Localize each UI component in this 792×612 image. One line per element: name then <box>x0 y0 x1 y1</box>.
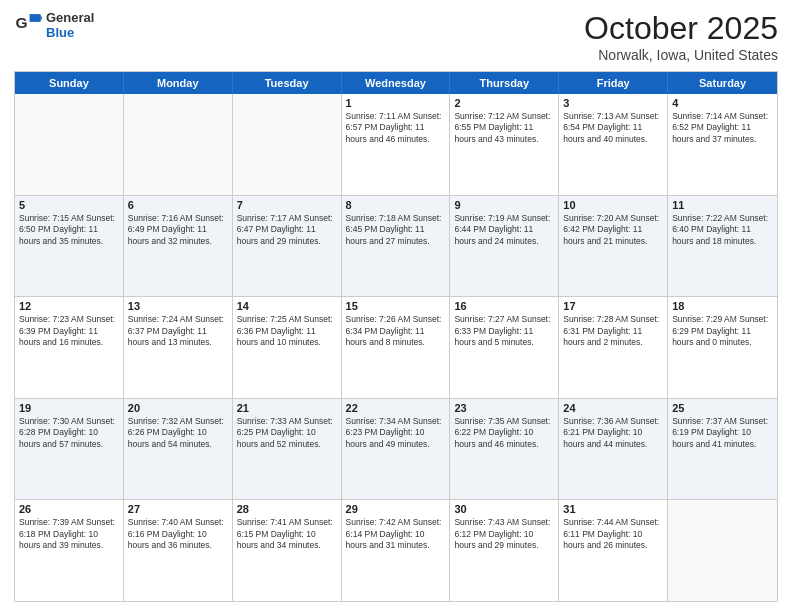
calendar-header: SundayMondayTuesdayWednesdayThursdayFrid… <box>15 72 777 94</box>
day-cell-2: 2Sunrise: 7:12 AM Sunset: 6:55 PM Daylig… <box>450 94 559 195</box>
day-info-22: Sunrise: 7:34 AM Sunset: 6:23 PM Dayligh… <box>346 416 446 450</box>
day-info-20: Sunrise: 7:32 AM Sunset: 6:26 PM Dayligh… <box>128 416 228 450</box>
day-info-11: Sunrise: 7:22 AM Sunset: 6:40 PM Dayligh… <box>672 213 773 247</box>
day-info-14: Sunrise: 7:25 AM Sunset: 6:36 PM Dayligh… <box>237 314 337 348</box>
day-info-2: Sunrise: 7:12 AM Sunset: 6:55 PM Dayligh… <box>454 111 554 145</box>
day-cell-31: 31Sunrise: 7:44 AM Sunset: 6:11 PM Dayli… <box>559 500 668 601</box>
day-cell-27: 27Sunrise: 7:40 AM Sunset: 6:16 PM Dayli… <box>124 500 233 601</box>
day-cell-24: 24Sunrise: 7:36 AM Sunset: 6:21 PM Dayli… <box>559 399 668 500</box>
day-info-6: Sunrise: 7:16 AM Sunset: 6:49 PM Dayligh… <box>128 213 228 247</box>
day-number-7: 7 <box>237 199 337 211</box>
day-info-30: Sunrise: 7:43 AM Sunset: 6:12 PM Dayligh… <box>454 517 554 551</box>
day-info-9: Sunrise: 7:19 AM Sunset: 6:44 PM Dayligh… <box>454 213 554 247</box>
day-number-17: 17 <box>563 300 663 312</box>
day-info-12: Sunrise: 7:23 AM Sunset: 6:39 PM Dayligh… <box>19 314 119 348</box>
weekday-tuesday: Tuesday <box>233 72 342 94</box>
day-number-4: 4 <box>672 97 773 109</box>
day-cell-22: 22Sunrise: 7:34 AM Sunset: 6:23 PM Dayli… <box>342 399 451 500</box>
day-cell-29: 29Sunrise: 7:42 AM Sunset: 6:14 PM Dayli… <box>342 500 451 601</box>
day-info-21: Sunrise: 7:33 AM Sunset: 6:25 PM Dayligh… <box>237 416 337 450</box>
logo-text: General Blue <box>46 10 94 40</box>
calendar-body: 1Sunrise: 7:11 AM Sunset: 6:57 PM Daylig… <box>15 94 777 601</box>
weekday-thursday: Thursday <box>450 72 559 94</box>
empty-cell-4-6 <box>668 500 777 601</box>
day-number-24: 24 <box>563 402 663 414</box>
day-info-24: Sunrise: 7:36 AM Sunset: 6:21 PM Dayligh… <box>563 416 663 450</box>
day-info-25: Sunrise: 7:37 AM Sunset: 6:19 PM Dayligh… <box>672 416 773 450</box>
day-info-3: Sunrise: 7:13 AM Sunset: 6:54 PM Dayligh… <box>563 111 663 145</box>
day-number-5: 5 <box>19 199 119 211</box>
calendar-row-4: 26Sunrise: 7:39 AM Sunset: 6:18 PM Dayli… <box>15 500 777 601</box>
day-number-2: 2 <box>454 97 554 109</box>
day-cell-5: 5Sunrise: 7:15 AM Sunset: 6:50 PM Daylig… <box>15 196 124 297</box>
day-number-13: 13 <box>128 300 228 312</box>
day-cell-10: 10Sunrise: 7:20 AM Sunset: 6:42 PM Dayli… <box>559 196 668 297</box>
day-number-16: 16 <box>454 300 554 312</box>
day-info-4: Sunrise: 7:14 AM Sunset: 6:52 PM Dayligh… <box>672 111 773 145</box>
day-cell-19: 19Sunrise: 7:30 AM Sunset: 6:28 PM Dayli… <box>15 399 124 500</box>
day-info-13: Sunrise: 7:24 AM Sunset: 6:37 PM Dayligh… <box>128 314 228 348</box>
day-cell-25: 25Sunrise: 7:37 AM Sunset: 6:19 PM Dayli… <box>668 399 777 500</box>
day-cell-6: 6Sunrise: 7:16 AM Sunset: 6:49 PM Daylig… <box>124 196 233 297</box>
day-cell-16: 16Sunrise: 7:27 AM Sunset: 6:33 PM Dayli… <box>450 297 559 398</box>
calendar-row-1: 5Sunrise: 7:15 AM Sunset: 6:50 PM Daylig… <box>15 196 777 298</box>
logo-blue: Blue <box>46 25 94 40</box>
day-cell-11: 11Sunrise: 7:22 AM Sunset: 6:40 PM Dayli… <box>668 196 777 297</box>
day-number-14: 14 <box>237 300 337 312</box>
location: Norwalk, Iowa, United States <box>584 47 778 63</box>
day-number-20: 20 <box>128 402 228 414</box>
day-number-6: 6 <box>128 199 228 211</box>
calendar: SundayMondayTuesdayWednesdayThursdayFrid… <box>14 71 778 602</box>
calendar-row-3: 19Sunrise: 7:30 AM Sunset: 6:28 PM Dayli… <box>15 399 777 501</box>
calendar-row-2: 12Sunrise: 7:23 AM Sunset: 6:39 PM Dayli… <box>15 297 777 399</box>
day-number-22: 22 <box>346 402 446 414</box>
day-number-19: 19 <box>19 402 119 414</box>
day-cell-18: 18Sunrise: 7:29 AM Sunset: 6:29 PM Dayli… <box>668 297 777 398</box>
day-info-28: Sunrise: 7:41 AM Sunset: 6:15 PM Dayligh… <box>237 517 337 551</box>
day-info-19: Sunrise: 7:30 AM Sunset: 6:28 PM Dayligh… <box>19 416 119 450</box>
day-number-11: 11 <box>672 199 773 211</box>
day-number-18: 18 <box>672 300 773 312</box>
day-cell-15: 15Sunrise: 7:26 AM Sunset: 6:34 PM Dayli… <box>342 297 451 398</box>
day-info-31: Sunrise: 7:44 AM Sunset: 6:11 PM Dayligh… <box>563 517 663 551</box>
day-info-18: Sunrise: 7:29 AM Sunset: 6:29 PM Dayligh… <box>672 314 773 348</box>
header: G General Blue October 2025 Norwalk, Iow… <box>14 10 778 63</box>
day-cell-20: 20Sunrise: 7:32 AM Sunset: 6:26 PM Dayli… <box>124 399 233 500</box>
day-number-21: 21 <box>237 402 337 414</box>
logo: G General Blue <box>14 10 94 40</box>
day-cell-26: 26Sunrise: 7:39 AM Sunset: 6:18 PM Dayli… <box>15 500 124 601</box>
day-info-1: Sunrise: 7:11 AM Sunset: 6:57 PM Dayligh… <box>346 111 446 145</box>
day-info-15: Sunrise: 7:26 AM Sunset: 6:34 PM Dayligh… <box>346 314 446 348</box>
title-block: October 2025 Norwalk, Iowa, United State… <box>584 10 778 63</box>
empty-cell-0-1 <box>124 94 233 195</box>
day-number-1: 1 <box>346 97 446 109</box>
day-cell-28: 28Sunrise: 7:41 AM Sunset: 6:15 PM Dayli… <box>233 500 342 601</box>
day-info-16: Sunrise: 7:27 AM Sunset: 6:33 PM Dayligh… <box>454 314 554 348</box>
generalblue-logo-icon: G <box>14 11 42 39</box>
day-info-8: Sunrise: 7:18 AM Sunset: 6:45 PM Dayligh… <box>346 213 446 247</box>
day-number-26: 26 <box>19 503 119 515</box>
svg-marker-1 <box>30 14 41 22</box>
day-cell-7: 7Sunrise: 7:17 AM Sunset: 6:47 PM Daylig… <box>233 196 342 297</box>
day-number-15: 15 <box>346 300 446 312</box>
page: G General Blue October 2025 Norwalk, Iow… <box>0 0 792 612</box>
weekday-monday: Monday <box>124 72 233 94</box>
svg-marker-2 <box>40 14 42 22</box>
day-cell-1: 1Sunrise: 7:11 AM Sunset: 6:57 PM Daylig… <box>342 94 451 195</box>
day-cell-23: 23Sunrise: 7:35 AM Sunset: 6:22 PM Dayli… <box>450 399 559 500</box>
day-number-25: 25 <box>672 402 773 414</box>
logo-general: General <box>46 10 94 25</box>
day-number-28: 28 <box>237 503 337 515</box>
day-cell-8: 8Sunrise: 7:18 AM Sunset: 6:45 PM Daylig… <box>342 196 451 297</box>
day-info-7: Sunrise: 7:17 AM Sunset: 6:47 PM Dayligh… <box>237 213 337 247</box>
day-cell-14: 14Sunrise: 7:25 AM Sunset: 6:36 PM Dayli… <box>233 297 342 398</box>
svg-text:G: G <box>16 14 28 31</box>
day-number-23: 23 <box>454 402 554 414</box>
weekday-saturday: Saturday <box>668 72 777 94</box>
day-cell-30: 30Sunrise: 7:43 AM Sunset: 6:12 PM Dayli… <box>450 500 559 601</box>
day-cell-13: 13Sunrise: 7:24 AM Sunset: 6:37 PM Dayli… <box>124 297 233 398</box>
empty-cell-0-0 <box>15 94 124 195</box>
day-number-29: 29 <box>346 503 446 515</box>
day-info-5: Sunrise: 7:15 AM Sunset: 6:50 PM Dayligh… <box>19 213 119 247</box>
month-title: October 2025 <box>584 10 778 47</box>
